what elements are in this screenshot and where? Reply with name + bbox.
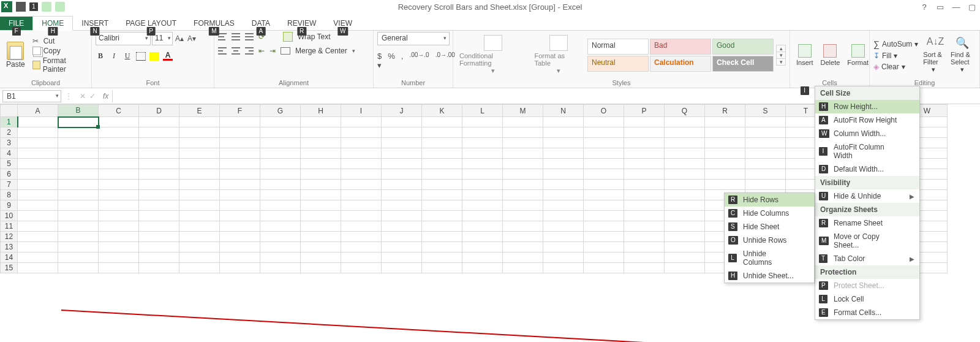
cell[interactable]: [543, 200, 584, 211]
cell[interactable]: [382, 242, 422, 253]
cell[interactable]: [260, 180, 301, 190]
cell[interactable]: [462, 232, 503, 242]
align-top-icon[interactable]: [218, 33, 227, 40]
row-header[interactable]: 7: [1, 180, 18, 190]
font-name-combo[interactable]: Calibri▾: [96, 32, 151, 45]
cell[interactable]: [624, 200, 665, 211]
cell[interactable]: [503, 190, 543, 200]
cell[interactable]: [422, 138, 462, 148]
cell[interactable]: [99, 221, 139, 232]
cell[interactable]: [301, 211, 341, 221]
cell[interactable]: [220, 232, 260, 242]
cell[interactable]: [99, 263, 139, 273]
fill-color-button[interactable]: [149, 52, 159, 61]
find-select-button[interactable]: 🔍Find & Select ▾: [948, 36, 976, 74]
cell[interactable]: [705, 117, 745, 127]
cell[interactable]: [341, 190, 382, 200]
menu-unhide-rows[interactable]: OUnhide Rows: [725, 234, 814, 247]
cell[interactable]: [18, 253, 58, 263]
cell[interactable]: [179, 180, 220, 190]
cell[interactable]: [220, 169, 260, 180]
cell[interactable]: [220, 180, 260, 190]
cell[interactable]: [462, 263, 503, 273]
cell[interactable]: [220, 221, 260, 232]
paste-button[interactable]: Paste: [4, 40, 28, 70]
row-header[interactable]: 11: [1, 221, 18, 232]
menu-hide-columns[interactable]: CHide Columns: [725, 207, 814, 220]
cell[interactable]: [58, 200, 99, 211]
cell[interactable]: [220, 190, 260, 200]
cell[interactable]: [422, 211, 462, 221]
cell[interactable]: [18, 200, 58, 211]
cell[interactable]: [503, 263, 543, 273]
cell[interactable]: [705, 148, 745, 159]
cell[interactable]: [99, 159, 139, 169]
cell[interactable]: [543, 148, 584, 159]
cell[interactable]: [624, 169, 665, 180]
cell[interactable]: [584, 138, 624, 148]
cell[interactable]: [543, 253, 584, 263]
cell[interactable]: [665, 180, 705, 190]
cell[interactable]: [139, 232, 179, 242]
menu-column-width[interactable]: WColumn Width...: [815, 127, 919, 140]
cell[interactable]: [341, 242, 382, 253]
cell[interactable]: [341, 211, 382, 221]
column-header[interactable]: O: [584, 105, 624, 117]
cell[interactable]: [624, 253, 665, 263]
cell[interactable]: [260, 190, 301, 200]
cell[interactable]: [503, 221, 543, 232]
cell[interactable]: [705, 127, 745, 138]
cell[interactable]: [58, 159, 99, 169]
merge-center-button[interactable]: Merge & Center: [295, 47, 347, 55]
cell[interactable]: [584, 242, 624, 253]
cell[interactable]: [422, 242, 462, 253]
cell[interactable]: [260, 200, 301, 211]
cell[interactable]: [503, 159, 543, 169]
tab-view[interactable]: VIEWW: [325, 17, 361, 30]
cell[interactable]: [382, 221, 422, 232]
cell[interactable]: [58, 253, 99, 263]
increase-decimal-button[interactable]: .00→.0: [409, 51, 429, 70]
cell[interactable]: [462, 211, 503, 221]
enter-formula-icon[interactable]: ✓: [89, 92, 96, 101]
bold-button[interactable]: B: [96, 51, 105, 61]
cell[interactable]: [58, 148, 99, 159]
cell[interactable]: [341, 117, 382, 127]
undo-icon[interactable]: [42, 2, 51, 12]
column-header[interactable]: E: [179, 105, 220, 117]
redo-icon[interactable]: [55, 2, 65, 12]
name-box[interactable]: B1▾: [2, 90, 61, 102]
percent-format-button[interactable]: %: [388, 51, 395, 70]
align-right-icon[interactable]: [245, 47, 254, 55]
cell[interactable]: [18, 232, 58, 242]
row-header[interactable]: 6: [1, 169, 18, 180]
cell[interactable]: [18, 263, 58, 273]
cell[interactable]: [745, 117, 786, 127]
cell[interactable]: [665, 253, 705, 263]
cell[interactable]: [179, 190, 220, 200]
cell[interactable]: [179, 200, 220, 211]
cell[interactable]: [139, 253, 179, 263]
cell[interactable]: [220, 263, 260, 273]
decrease-decimal-button[interactable]: .0→.00: [435, 51, 455, 70]
cell[interactable]: [422, 117, 462, 127]
cell[interactable]: [382, 253, 422, 263]
cell[interactable]: [341, 200, 382, 211]
cell[interactable]: [179, 169, 220, 180]
cell[interactable]: [341, 138, 382, 148]
cell[interactable]: [462, 159, 503, 169]
cell[interactable]: [301, 148, 341, 159]
cell[interactable]: [462, 138, 503, 148]
cell[interactable]: [543, 221, 584, 232]
cell[interactable]: [179, 242, 220, 253]
menu-unhide-columns[interactable]: LUnhide Columns: [725, 247, 814, 269]
style-check-cell[interactable]: Check Cell: [712, 56, 774, 72]
cell[interactable]: [422, 127, 462, 138]
column-header[interactable]: A: [18, 105, 58, 117]
cell[interactable]: [18, 138, 58, 148]
cell[interactable]: [99, 138, 139, 148]
column-header[interactable]: C: [99, 105, 139, 117]
cell[interactable]: [58, 169, 99, 180]
cell[interactable]: [58, 242, 99, 253]
cell[interactable]: [99, 232, 139, 242]
